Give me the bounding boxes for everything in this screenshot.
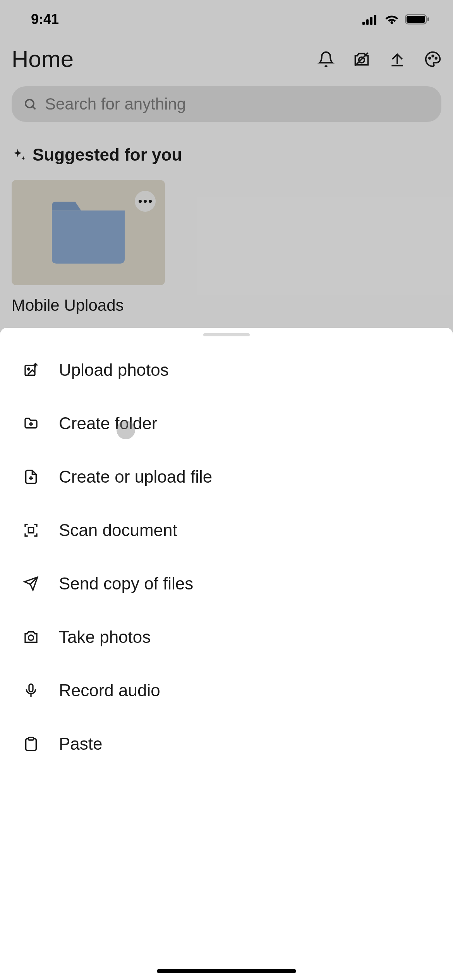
svg-rect-25 bbox=[28, 737, 33, 740]
search-placeholder: Search for anything bbox=[45, 95, 186, 113]
svg-rect-21 bbox=[28, 528, 33, 533]
wifi-icon bbox=[384, 14, 400, 25]
scan-document-icon bbox=[23, 523, 39, 538]
sheet-item-label: Create folder bbox=[59, 414, 157, 433]
search-bar[interactable]: Search for anything bbox=[12, 86, 441, 122]
suggested-section: Suggested for you Mobile Uploads bbox=[0, 134, 453, 315]
svg-rect-0 bbox=[362, 22, 365, 25]
svg-rect-5 bbox=[407, 16, 425, 23]
palette-icon[interactable] bbox=[424, 51, 441, 68]
svg-rect-6 bbox=[427, 17, 429, 21]
svg-rect-23 bbox=[29, 684, 33, 692]
upload-icon[interactable] bbox=[389, 51, 406, 68]
search-icon bbox=[23, 97, 37, 111]
cellular-signal-icon bbox=[362, 14, 379, 25]
svg-rect-1 bbox=[366, 19, 369, 25]
more-dots-icon bbox=[139, 200, 152, 203]
section-header: Suggested for you bbox=[12, 145, 441, 164]
svg-point-13 bbox=[26, 99, 34, 108]
more-button[interactable] bbox=[135, 191, 156, 212]
sheet-item-paste[interactable]: Paste bbox=[0, 717, 453, 771]
svg-point-10 bbox=[429, 57, 431, 59]
sparkle-icon bbox=[12, 147, 26, 162]
sheet-item-create-folder[interactable]: Create folder bbox=[0, 397, 453, 450]
svg-point-11 bbox=[432, 55, 434, 57]
battery-icon bbox=[405, 14, 430, 25]
status-bar: 9:41 bbox=[0, 0, 453, 39]
header-action-icons bbox=[317, 51, 441, 68]
sheet-handle[interactable] bbox=[203, 333, 250, 336]
sheet-item-label: Record audio bbox=[59, 681, 160, 700]
record-audio-icon bbox=[23, 683, 39, 698]
svg-point-22 bbox=[28, 635, 33, 640]
paste-icon bbox=[23, 736, 39, 752]
status-icons bbox=[362, 14, 430, 25]
sheet-item-create-upload-file[interactable]: Create or upload file bbox=[0, 450, 453, 504]
send-copy-icon bbox=[23, 576, 39, 591]
bottom-sheet: Upload photos Create folder Create or up… bbox=[0, 328, 453, 980]
folder-card[interactable] bbox=[12, 180, 165, 285]
sheet-item-send-copy[interactable]: Send copy of files bbox=[0, 557, 453, 610]
svg-point-16 bbox=[28, 368, 30, 370]
svg-point-12 bbox=[435, 57, 437, 59]
take-photos-icon bbox=[23, 629, 39, 645]
sheet-item-label: Paste bbox=[59, 734, 103, 754]
camera-off-icon[interactable] bbox=[353, 51, 370, 68]
sheet-item-label: Scan document bbox=[59, 521, 177, 540]
touch-feedback bbox=[117, 421, 135, 439]
sheet-item-label: Send copy of files bbox=[59, 574, 193, 593]
folder-icon bbox=[52, 202, 125, 264]
section-title: Suggested for you bbox=[33, 145, 182, 164]
header: Home bbox=[0, 39, 453, 79]
sheet-item-upload-photos[interactable]: Upload photos bbox=[0, 343, 453, 397]
svg-rect-3 bbox=[374, 15, 376, 25]
upload-photos-icon bbox=[23, 362, 39, 378]
svg-line-14 bbox=[33, 106, 35, 109]
sheet-item-record-audio[interactable]: Record audio bbox=[0, 664, 453, 717]
sheet-item-take-photos[interactable]: Take photos bbox=[0, 610, 453, 664]
sheet-item-label: Create or upload file bbox=[59, 467, 212, 487]
home-indicator[interactable] bbox=[157, 969, 296, 973]
create-upload-file-icon bbox=[23, 469, 39, 485]
folder-label: Mobile Uploads bbox=[12, 296, 441, 315]
status-time: 9:41 bbox=[31, 11, 59, 27]
sheet-item-scan-document[interactable]: Scan document bbox=[0, 504, 453, 557]
sheet-item-label: Take photos bbox=[59, 627, 151, 647]
create-folder-icon bbox=[23, 416, 39, 431]
bell-icon[interactable] bbox=[317, 51, 335, 68]
svg-rect-2 bbox=[370, 17, 372, 25]
page-title: Home bbox=[12, 46, 74, 72]
sheet-item-label: Upload photos bbox=[59, 360, 169, 380]
